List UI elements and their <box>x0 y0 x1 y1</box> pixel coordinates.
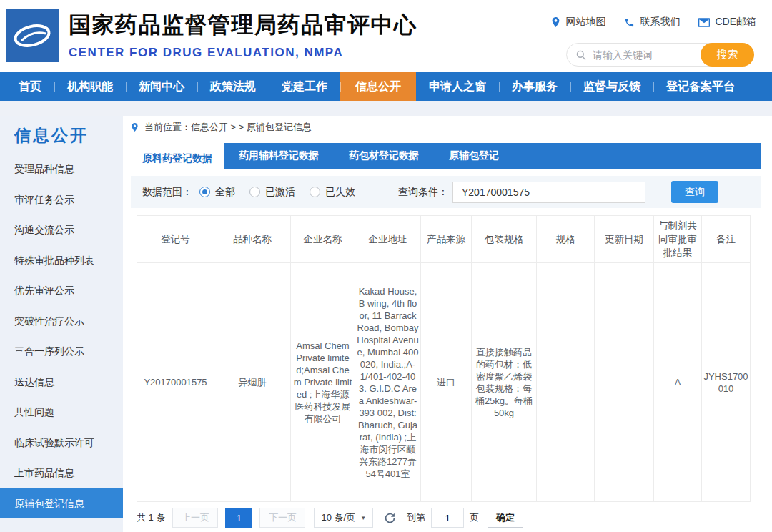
sidebar-item-review-task[interactable]: 审评任务公示 <box>0 184 123 215</box>
query-label: 查询条件： <box>398 186 448 199</box>
tab-packaging-registration-data[interactable]: 药包材登记数据 <box>334 143 434 169</box>
sitemap-label: 网站地图 <box>565 16 605 29</box>
page-size-value: 10 条/页 <box>321 511 355 524</box>
radio-all-label: 全部 <box>215 186 235 199</box>
next-page-button[interactable]: 下一页 <box>259 508 305 528</box>
sidebar-item-three-in-one[interactable]: 三合一序列公示 <box>0 336 123 367</box>
table-header-row: 登记号 品种名称 企业名称 企业地址 产品来源 包装规格 规格 更新日期 与制剂… <box>137 216 751 263</box>
breadcrumb: 当前位置：信息公开 > > 原辅包登记信息 <box>131 116 761 139</box>
page-size-select[interactable]: 10 条/页 ▼ <box>314 508 373 528</box>
scope-label: 数据范围： <box>142 186 192 199</box>
cell-variety-name: 异烟肼 <box>214 263 291 502</box>
nav-services[interactable]: 办事服务 <box>499 72 570 101</box>
radio-icon <box>249 187 260 197</box>
sidebar-item-clinical-trial-implied-license[interactable]: 临床试验默示许可 <box>0 428 123 458</box>
sidebar-item-priority-review[interactable]: 优先审评公示 <box>0 275 123 306</box>
sidebar-item-communication[interactable]: 沟通交流公示 <box>0 215 123 245</box>
cell-reg-no: Y20170001575 <box>137 263 214 502</box>
filter-bar: 数据范围： 全部 已激活 已失效 查询条件： 查询 <box>131 176 761 208</box>
mailbox-label: CDE邮箱 <box>715 16 756 29</box>
page-1-button[interactable]: 1 <box>225 508 252 528</box>
col-company-name: 企业名称 <box>291 216 355 263</box>
sidebar-item-special-approval-list[interactable]: 特殊审批品种列表 <box>0 245 123 276</box>
cell-company-name: Amsal Chem Private limited;Amsal Chem Pr… <box>291 263 355 502</box>
prev-page-button[interactable]: 上一页 <box>172 508 218 528</box>
col-reg-no: 登记号 <box>137 216 214 263</box>
nav-applicant-window[interactable]: 申请人之窗 <box>416 72 499 101</box>
envelope-icon <box>698 18 710 27</box>
sidebar-item-common-issues[interactable]: 共性问题 <box>0 397 123 428</box>
sitemap-link[interactable]: 网站地图 <box>551 16 605 29</box>
sidebar-title: 信息公开 <box>0 116 123 154</box>
radio-activated-label: 已激活 <box>265 186 295 199</box>
sidebar-item-accepted-variety-info[interactable]: 受理品种信息 <box>0 154 123 184</box>
site-title: 国家药品监督管理局药品审评中心 <box>69 10 417 40</box>
pagination: 共 1 条 上一页 1 下一页 10 条/页 ▼ 到第 页 确定 <box>137 508 761 528</box>
site-header: 国家药品监督管理局药品审评中心 CENTER FOR DRUG EVALUATI… <box>0 0 772 72</box>
cell-spec <box>537 263 595 502</box>
goto-page-input[interactable] <box>431 508 464 528</box>
site-subtitle: CENTER FOR DRUG EVALUATION, NMPA <box>69 46 417 60</box>
col-update-date: 更新日期 <box>595 216 654 263</box>
mailbox-link[interactable]: CDE邮箱 <box>698 16 756 29</box>
phone-icon <box>624 17 635 28</box>
data-tabs: 原料药登记数据 药用辅料登记数据 药包材登记数据 原辅包登记 <box>131 143 761 169</box>
sidebar-item-marketed-drug-info[interactable]: 上市药品信息 <box>0 458 123 488</box>
col-spec: 规格 <box>537 216 595 263</box>
cell-remark: JYHS1700010 <box>702 263 751 502</box>
confirm-button[interactable]: 确定 <box>488 508 523 528</box>
col-packaging-spec: 包装规格 <box>472 216 537 263</box>
cell-company-address: Kakad House, B wing, 4th floor, 11 Barra… <box>355 263 421 502</box>
cell-product-source: 进口 <box>421 263 472 502</box>
logo-swoosh-icon <box>6 9 59 62</box>
tab-yfb-registration[interactable]: 原辅包登记 <box>434 143 514 169</box>
search-input[interactable] <box>587 49 701 61</box>
tab-api-registration-data[interactable]: 原料药登记数据 <box>131 143 224 174</box>
contact-label: 联系我们 <box>640 16 680 29</box>
radio-expired[interactable]: 已失效 <box>310 186 355 199</box>
sidebar-item-yfb-registration-info[interactable]: 原辅包登记信息 <box>0 488 123 519</box>
refresh-button[interactable] <box>384 512 396 524</box>
cell-packaging-spec: 直接接触药品的药包材：低密度聚乙烯袋 包装规格：每桶25kg。每桶50kg <box>472 263 537 502</box>
main-content: 当前位置：信息公开 > > 原辅包登记信息 原料药登记数据 药用辅料登记数据 药… <box>131 116 761 528</box>
nav-party-building[interactable]: 党建工作 <box>269 72 340 101</box>
radio-activated[interactable]: 已激活 <box>249 186 295 199</box>
location-pin-icon <box>551 16 560 28</box>
tab-excipient-registration-data[interactable]: 药用辅料登记数据 <box>224 143 334 169</box>
refresh-icon <box>384 512 396 524</box>
cell-joint-review-result: A <box>654 263 702 502</box>
query-button[interactable]: 查询 <box>671 181 718 203</box>
radio-selected-icon <box>199 187 210 197</box>
cell-update-date <box>595 263 654 502</box>
nav-info-disclosure[interactable]: 信息公开 <box>340 72 416 101</box>
nav-home[interactable]: 首页 <box>6 72 54 101</box>
breadcrumb-pin-icon <box>131 122 139 132</box>
search-icon <box>575 49 587 61</box>
nav-policies[interactable]: 政策法规 <box>197 72 269 101</box>
radio-expired-label: 已失效 <box>325 186 355 199</box>
main-nav: 首页 机构职能 新闻中心 政策法规 党建工作 信息公开 申请人之窗 办事服务 监… <box>0 72 772 101</box>
breadcrumb-text: 当前位置：信息公开 > > 原辅包登记信息 <box>144 121 312 134</box>
nav-gap <box>0 101 772 116</box>
radio-icon <box>310 187 320 197</box>
goto-label: 到第 <box>407 511 425 524</box>
nav-registration-platform[interactable]: 登记备案平台 <box>653 72 748 101</box>
sidebar-item-breakthrough-therapy[interactable]: 突破性治疗公示 <box>0 306 123 337</box>
search-button[interactable]: 搜索 <box>701 43 754 66</box>
col-product-source: 产品来源 <box>421 216 472 263</box>
table-row: Y20170001575 异烟肼 Amsal Chem Private limi… <box>137 263 751 502</box>
nav-org-functions[interactable]: 机构职能 <box>54 72 126 101</box>
search-bar: 搜索 <box>566 43 754 66</box>
total-count: 共 1 条 <box>137 511 165 524</box>
contact-link[interactable]: 联系我们 <box>624 16 680 29</box>
caret-down-icon: ▼ <box>360 515 366 521</box>
page-label: 页 <box>470 511 479 524</box>
nav-supervision-feedback[interactable]: 监督与反馈 <box>570 72 653 101</box>
nav-news-center[interactable]: 新闻中心 <box>126 72 197 101</box>
site-logo[interactable] <box>6 9 59 62</box>
radio-all[interactable]: 全部 <box>199 186 235 199</box>
query-input[interactable] <box>452 182 645 203</box>
top-links: 网站地图 联系我们 CDE邮箱 <box>551 16 756 29</box>
col-variety-name: 品种名称 <box>214 216 291 263</box>
sidebar-item-delivery-info[interactable]: 送达信息 <box>0 367 123 398</box>
